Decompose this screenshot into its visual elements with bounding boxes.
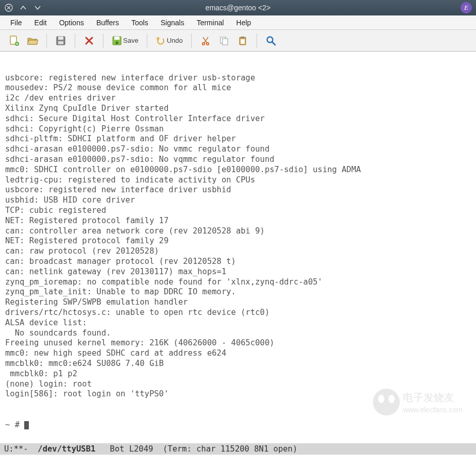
svg-rect-11 <box>223 39 228 45</box>
minibuffer[interactable] <box>0 455 476 467</box>
terminal-line: usbcore: registered new interface driver… <box>5 185 472 195</box>
svg-rect-5 <box>58 41 63 44</box>
mode-line: U:**- /dev/ttyUSB1 Bot L2049 (Term: char… <box>0 443 476 455</box>
terminal-line: zynq_pm_late_init: Unable to map DDRC IO… <box>5 287 472 297</box>
watermark-url: www.elecfans.com <box>402 406 463 414</box>
terminal-line: sdhci-pltfm: SDHCI platform and OF drive… <box>5 134 472 144</box>
terminal-line: can: netlink gateway (rev 20130117) max_… <box>5 267 472 277</box>
toolbar: Save Undo <box>0 30 476 52</box>
terminal-line: can: controller area network core (rev 2… <box>5 226 472 237</box>
paste-button[interactable] <box>234 32 251 49</box>
save-labeled-button[interactable]: Save <box>109 32 142 49</box>
svg-point-9 <box>206 42 209 45</box>
terminal-line: drivers/rtc/hctosys.c: unable to open rt… <box>5 308 472 318</box>
terminal-line: mmcblk0: p1 p2 <box>5 369 472 379</box>
terminal-line: mousedev: PS/2 mouse device common for a… <box>5 83 472 93</box>
terminal-line: mmc0: SDHCI controller on e0100000.ps7-s… <box>5 165 472 175</box>
toolbar-separator <box>75 34 75 48</box>
terminal-line: Registering SWP/SWPB emulation handler <box>5 297 472 308</box>
prompt: ~ # <box>5 420 24 429</box>
new-file-button[interactable] <box>5 32 23 49</box>
menu-edit[interactable]: Edit <box>29 17 52 28</box>
terminal-line: can: broadcast manager protocol (rev 201… <box>5 257 472 267</box>
cut-button[interactable] <box>197 32 214 49</box>
caret-down-button[interactable] <box>33 3 42 12</box>
modeline-mode: (Term: char 115200 8N1 open) <box>163 444 297 454</box>
menu-terminal[interactable]: Terminal <box>192 17 229 28</box>
undo-button[interactable]: Undo <box>152 32 186 49</box>
menu-buffers[interactable]: Buffers <box>91 17 124 28</box>
terminal-line: ledtrig-cpu: registered to indicate acti… <box>5 175 472 186</box>
menu-options[interactable]: Options <box>54 17 89 28</box>
terminal-line: mmcblk0: mmc0:e624 SU08G 7.40 GiB <box>5 359 472 369</box>
toolbar-separator <box>147 34 147 48</box>
save-button-icon[interactable] <box>52 32 70 49</box>
menu-signals[interactable]: Signals <box>156 17 190 28</box>
svg-rect-14 <box>241 39 245 44</box>
open-file-button[interactable] <box>24 32 41 49</box>
toolbar-separator <box>46 34 47 48</box>
window-titlebar: emacs@gentoo <2> E <box>0 0 476 15</box>
copy-button[interactable] <box>215 32 233 49</box>
modeline-state: U:**- <box>4 444 38 454</box>
menu-tools[interactable]: Tools <box>126 17 154 28</box>
terminal-line: login[586]: root login on 'ttyPS0' <box>5 389 472 399</box>
svg-point-8 <box>202 42 205 45</box>
terminal-line: can: raw protocol (rev 20120528) <box>5 246 472 257</box>
search-button[interactable] <box>262 32 280 49</box>
terminal-line: sdhci: Secure Digital Host Controller In… <box>5 114 472 124</box>
svg-rect-7 <box>114 37 120 40</box>
undo-label: Undo <box>167 37 183 44</box>
cursor <box>24 421 29 429</box>
terminal-line: sdhci: Copyright(c) Pierre Ossman <box>5 124 472 135</box>
close-button[interactable] <box>80 32 98 49</box>
terminal-line: sdhci-arasan e0100000.ps7-sdio: No vmmc … <box>5 144 472 155</box>
terminal-buffer[interactable]: usbcore: registered new interface driver… <box>0 52 476 443</box>
undo-icon <box>156 36 166 46</box>
terminal-line: NET: Registered protocol family 29 <box>5 236 472 246</box>
terminal-line: No soundcards found. <box>5 328 472 339</box>
svg-rect-4 <box>58 37 63 40</box>
terminal-line: Freeing unused kernel memory: 216K (4062… <box>5 338 472 348</box>
modeline-buffer: /dev/ttyUSB1 <box>38 444 95 454</box>
menu-file[interactable]: File <box>5 17 27 28</box>
terminal-line: sdhci-arasan e0100000.ps7-sdio: No vqmmc… <box>5 155 472 165</box>
close-window-button[interactable] <box>4 3 13 12</box>
terminal-line: TCP: cubic registered <box>5 206 472 216</box>
terminal-line: NET: Registered protocol family 17 <box>5 216 472 226</box>
terminal-line: ALSA device list: <box>5 318 472 328</box>
terminal-line: (none) login: root <box>5 379 472 390</box>
menu-bar: File Edit Options Buffers Tools Signals … <box>0 15 476 30</box>
menu-help[interactable]: Help <box>231 17 257 28</box>
emacs-app-icon: E <box>461 2 472 13</box>
terminal-line: usbhid: USB HID core driver <box>5 195 472 206</box>
modeline-position: Bot L2049 <box>95 444 163 454</box>
terminal-line: mmc0: new high speed SDHC card at addres… <box>5 348 472 359</box>
save-label: Save <box>123 37 139 44</box>
toolbar-separator <box>191 34 192 48</box>
terminal-line: Xilinx Zynq CpuIdle Driver started <box>5 104 472 114</box>
toolbar-separator <box>257 34 257 48</box>
caret-up-button[interactable] <box>19 3 28 12</box>
window-title: emacs@gentoo <2> <box>206 4 270 12</box>
save-green-icon <box>112 36 122 46</box>
terminal-line: i2c /dev entries driver <box>5 93 472 104</box>
terminal-line: usbcore: registered new interface driver… <box>5 73 472 84</box>
terminal-line: zynq_pm_ioremap: no compatible node foun… <box>5 277 472 288</box>
svg-rect-13 <box>241 37 244 38</box>
toolbar-separator <box>103 34 104 48</box>
